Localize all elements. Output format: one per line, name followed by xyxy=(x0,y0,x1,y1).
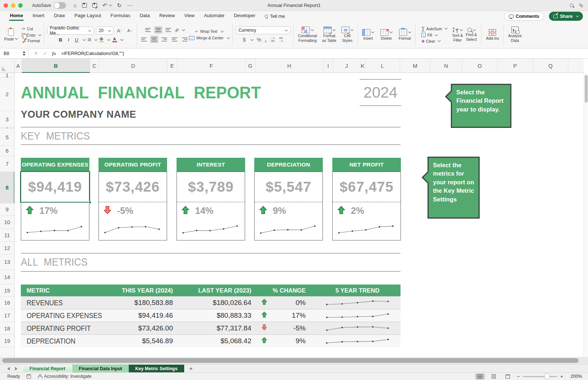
cell-styles-button[interactable]: CellStyles xyxy=(340,27,355,43)
zoom-window-button[interactable] xyxy=(18,3,23,8)
column-header-E[interactable]: E xyxy=(167,59,177,73)
align-top-button[interactable] xyxy=(144,26,152,34)
align-bottom-button[interactable] xyxy=(165,26,173,34)
column-header-G[interactable]: G xyxy=(245,59,255,73)
ribbon-tab-view[interactable]: View xyxy=(184,11,194,21)
row-header-8[interactable]: 8 xyxy=(0,172,14,203)
table-row[interactable]: OPERATING EXPENSES $94,419.46 $80,883.33… xyxy=(21,309,401,322)
report-year-cell[interactable]: 2024 xyxy=(360,79,401,106)
cancel-icon[interactable]: ✕ xyxy=(34,51,38,56)
metric-card-value[interactable]: $67,475 xyxy=(333,172,401,202)
align-center-button[interactable] xyxy=(150,36,158,43)
number-format-select[interactable]: Currency xyxy=(236,26,290,34)
column-header-F[interactable]: F xyxy=(177,59,245,73)
zoom-slider-thumb[interactable] xyxy=(545,374,550,379)
horizontal-scrollbar-thumb[interactable] xyxy=(2,358,579,363)
row-header-18[interactable]: 18 xyxy=(0,322,14,335)
column-header-B[interactable]: B xyxy=(22,59,90,73)
metric-card-value[interactable]: $73,426 xyxy=(99,172,167,202)
merge-center-button[interactable]: ↔ Merge & Center xyxy=(189,36,229,40)
column-header-L[interactable]: L xyxy=(365,59,400,73)
add-sheet-button[interactable]: + xyxy=(184,365,198,372)
column-header-A[interactable]: A xyxy=(15,59,22,73)
row-header-13[interactable]: 13 xyxy=(0,254,14,270)
increase-decimal-button[interactable]: ←0.00 xyxy=(270,37,275,43)
decrease-font-size-button[interactable]: A˅ xyxy=(126,27,134,34)
sheet-tab-key-metric-settings[interactable]: Key Metric Settings xyxy=(129,365,184,372)
zoom-in-button[interactable]: + xyxy=(560,373,563,379)
italic-button[interactable]: I xyxy=(66,37,71,43)
tell-me[interactable]: Tell me xyxy=(265,13,285,19)
clear-button[interactable]: ◆Clear xyxy=(421,39,447,43)
share-button[interactable]: Share xyxy=(549,12,583,21)
column-header-C[interactable]: C xyxy=(90,59,99,73)
ribbon-tab-page-layout[interactable]: Page Layout xyxy=(74,11,101,21)
sheet-tab-financial-data-input[interactable]: Financial Data Input xyxy=(72,365,129,372)
row-header-11[interactable]: 11 xyxy=(0,229,14,242)
wrap-text-button[interactable]: ↵ Wrap Text xyxy=(195,29,223,34)
sheet-canvas[interactable]: ANNUAL FINANCIAL REPORT YOUR COMPANY NAM… xyxy=(15,73,584,357)
macro-record-icon[interactable] xyxy=(27,374,31,379)
row-header-2[interactable]: 2 xyxy=(0,78,14,111)
conditional-formatting-button[interactable]: ConditionalFormatting xyxy=(297,27,319,43)
fill-handle[interactable] xyxy=(89,201,91,204)
increase-font-size-button[interactable]: A^ xyxy=(116,27,124,34)
name-box[interactable]: B8 xyxy=(0,51,23,56)
font-size-select[interactable]: 20 xyxy=(96,27,113,35)
comments-button[interactable]: Comments xyxy=(504,12,544,21)
sort-filter-button[interactable]: AZ Sort &Filter xyxy=(451,27,464,42)
vertical-scrollbar[interactable] xyxy=(584,73,588,357)
formula-input[interactable]: =IFERROR(Calculations!G8,"") xyxy=(61,51,124,56)
horizontal-scrollbar[interactable] xyxy=(0,357,588,364)
fill-button[interactable]: ↓Fill xyxy=(421,33,447,37)
fill-color-button[interactable] xyxy=(99,38,104,42)
paste-button[interactable]: Paste xyxy=(3,28,19,41)
format-as-table-button[interactable]: Formatas Table xyxy=(321,27,338,43)
ribbon-tab-developer[interactable]: Developer xyxy=(234,11,255,21)
decrease-decimal-button[interactable]: .00→0 xyxy=(278,37,283,43)
zoom-slider[interactable] xyxy=(523,376,557,377)
column-header-Q[interactable]: Q xyxy=(533,59,568,73)
column-header-K[interactable]: K xyxy=(360,59,365,73)
enter-icon[interactable]: ✓ xyxy=(43,51,47,56)
column-header-H[interactable]: H xyxy=(255,59,324,73)
analyze-data-button[interactable]: AnalyzeData xyxy=(507,27,523,43)
next-sheet-arrow[interactable] xyxy=(15,367,18,371)
sheet-tab-financial-report[interactable]: Financial Report xyxy=(23,365,72,372)
row-header-6[interactable]: 6 xyxy=(0,146,14,156)
row-header-17[interactable]: 17 xyxy=(0,309,14,322)
insert-cells-button[interactable]: Insert xyxy=(361,29,375,40)
table-row[interactable]: OPERATING PROFIT $73,426.00 $77,317.84 -… xyxy=(21,322,401,334)
column-header-I[interactable]: I xyxy=(324,59,333,73)
format-painter-button[interactable]: Format xyxy=(22,39,41,43)
row-header-7[interactable]: 7 xyxy=(0,156,14,172)
ribbon-tab-formulas[interactable]: Formulas xyxy=(111,11,130,21)
home-icon[interactable]: ⌂ xyxy=(73,2,77,8)
decrease-indent-button[interactable] xyxy=(171,36,179,43)
callout-year[interactable]: Select the Financial Report year to disp… xyxy=(451,84,511,128)
row-header-16[interactable]: 16 xyxy=(0,297,14,309)
normal-view-button[interactable] xyxy=(475,373,485,380)
redo-button[interactable]: ↻ xyxy=(117,2,122,9)
column-header-M[interactable]: M xyxy=(400,59,430,73)
font-color-button[interactable]: A xyxy=(112,37,117,42)
account-presence-icon[interactable] xyxy=(579,4,583,7)
accounting-format-button[interactable]: $ xyxy=(243,37,246,43)
row-header-1[interactable]: 1 xyxy=(0,73,14,78)
autosave-toggle[interactable] xyxy=(54,2,66,9)
align-right-button[interactable] xyxy=(160,36,169,43)
ribbon-tab-review[interactable]: Review xyxy=(159,11,175,21)
column-header-D[interactable]: D xyxy=(99,59,167,73)
page-break-view-button[interactable] xyxy=(503,373,512,380)
report-title-cell[interactable]: ANNUAL FINANCIAL REPORT xyxy=(21,83,261,102)
zoom-out-button[interactable]: − xyxy=(517,373,520,379)
name-box-stepper[interactable] xyxy=(23,48,29,58)
font-name-select[interactable]: Franklin Gothic Me... xyxy=(47,27,94,35)
align-left-button[interactable] xyxy=(140,36,148,43)
zoom-level[interactable]: 200% xyxy=(568,374,582,379)
table-row[interactable]: DEPRECIATION $5,546.89 $5,068.42 9% xyxy=(21,334,401,347)
prev-sheet-arrow[interactable] xyxy=(7,367,10,371)
metric-card-value[interactable]: $3,789 xyxy=(177,172,245,202)
percent-style-button[interactable]: % xyxy=(257,37,261,43)
row-header-15[interactable]: 15 xyxy=(0,285,14,297)
